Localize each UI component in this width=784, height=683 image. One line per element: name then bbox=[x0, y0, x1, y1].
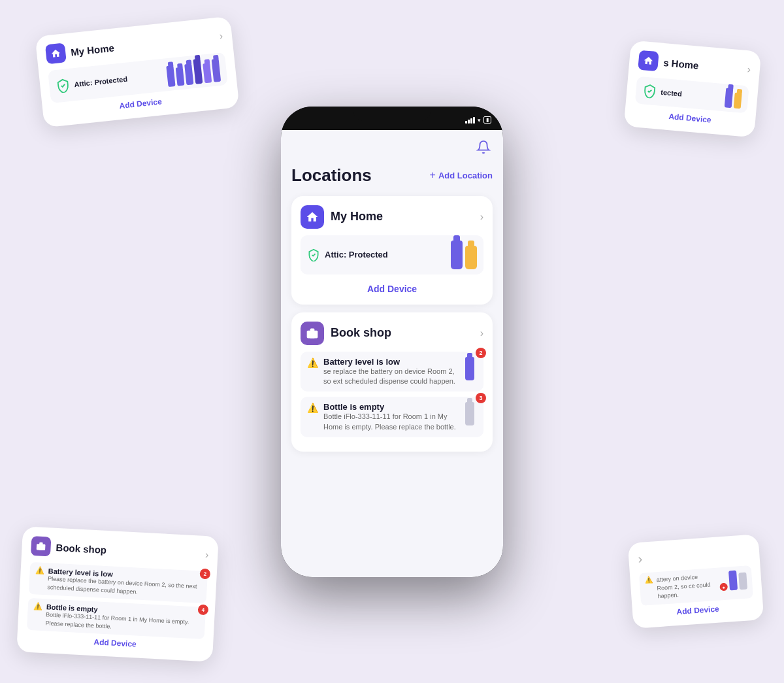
float-card-top-right: s Home › tected Add Device bbox=[624, 41, 762, 138]
book-shop-name: Book shop bbox=[331, 326, 391, 340]
home-status-text: Attic: Protected bbox=[325, 250, 388, 259]
alert-1-device bbox=[463, 357, 477, 380]
screen-header bbox=[291, 138, 493, 156]
book-shop-alert-1: ⚠️ Battery level is low se replace the b… bbox=[301, 352, 483, 392]
home-icon-main bbox=[306, 210, 319, 224]
float-bl-chevron: › bbox=[205, 549, 209, 561]
chevron-icon: › bbox=[219, 30, 223, 42]
bell-button[interactable] bbox=[474, 138, 493, 156]
home-icon bbox=[50, 48, 62, 59]
float-card-bottom-left: Book shop › ⚠️ Battery level is low Plea… bbox=[16, 526, 219, 662]
bell-icon bbox=[476, 140, 491, 154]
float-home-icon-box bbox=[45, 42, 67, 64]
alert-1-badge: 2 bbox=[476, 348, 486, 358]
status-bar: ▾ ▮ bbox=[281, 107, 503, 130]
shop-icon bbox=[306, 327, 319, 340]
screen-content: Locations + Add Location My Home bbox=[281, 130, 503, 577]
status-icons: ▾ ▮ bbox=[465, 116, 491, 124]
float-bl-badge-1: 2 bbox=[199, 568, 210, 579]
float-br-badge: ● bbox=[719, 583, 728, 591]
float-br-chevron: › bbox=[638, 552, 643, 567]
page-title: Locations bbox=[291, 165, 372, 186]
book-shop-header[interactable]: Book shop › bbox=[301, 322, 483, 345]
float-br-warn: ⚠️ bbox=[644, 576, 653, 584]
chevron-icon-tr: › bbox=[747, 63, 751, 75]
float-bl-warn-1: ⚠️ bbox=[35, 566, 44, 575]
my-home-card: My Home › Attic: Protected bbox=[291, 196, 493, 305]
signal-icon bbox=[465, 117, 475, 124]
my-home-status-row: Attic: Protected bbox=[301, 235, 483, 275]
float-tr-status-text: tected bbox=[661, 88, 682, 98]
shield-check-icon bbox=[55, 78, 71, 93]
float-br-alert: ⚠️ attery on device Room 2, so ce could … bbox=[639, 565, 753, 606]
notch bbox=[353, 107, 431, 121]
shop-icon-bl bbox=[35, 541, 46, 552]
float-br-bottle-1 bbox=[728, 571, 738, 591]
add-location-label: Add Location bbox=[438, 171, 493, 180]
plus-icon: + bbox=[430, 169, 436, 181]
float-tr-status: tected bbox=[635, 76, 749, 114]
float-bl-warn-2: ⚠️ bbox=[33, 602, 43, 611]
float-tr-devices bbox=[725, 88, 743, 108]
phone-screen: Locations + Add Location My Home bbox=[281, 130, 503, 577]
float-status-text: Attic: Protected bbox=[74, 75, 128, 88]
float-bl-alert-1: ⚠️ Battery level is low Please replace t… bbox=[29, 562, 208, 603]
float-card-bottom-right: › ⚠️ attery on device Room 2, so ce coul… bbox=[628, 534, 764, 628]
book-shop-alert-2: ⚠️ Bottle is empty Bottle iFlo-333-11-11… bbox=[301, 397, 483, 437]
alert-2-badge: 3 bbox=[476, 393, 486, 403]
phone-frame: ▾ ▮ Locations + Add Location bbox=[281, 107, 503, 577]
float-tr-home-icon-box bbox=[638, 50, 659, 72]
book-shop-icon-box bbox=[301, 322, 324, 345]
float-br-bottle-2 bbox=[738, 573, 747, 590]
my-home-card-header[interactable]: My Home › bbox=[301, 205, 483, 229]
float-br-alert-body: attery on device Room 2, so ce could hap… bbox=[656, 572, 716, 601]
float-card-name: My Home bbox=[70, 42, 114, 58]
my-home-name: My Home bbox=[331, 210, 383, 224]
book-shop-card: Book shop › ⚠️ Battery level is low se r… bbox=[291, 312, 493, 452]
float-devices bbox=[166, 57, 221, 87]
float-card-top-left: My Home › Attic: Protected Add Device bbox=[35, 16, 240, 128]
home-icon-tr bbox=[643, 55, 654, 66]
battery-icon: ▮ bbox=[483, 116, 491, 124]
alert-1-body: se replace the battery on device Room 2,… bbox=[323, 367, 457, 387]
alert-2-title: Bottle is empty bbox=[323, 402, 457, 412]
my-home-add-device-btn[interactable]: Add Device bbox=[301, 281, 483, 295]
warning-icon-1: ⚠️ bbox=[307, 358, 318, 368]
float-bl-shop-icon bbox=[31, 536, 52, 557]
add-location-button[interactable]: + Add Location bbox=[430, 169, 493, 181]
float-br-header: › bbox=[638, 544, 751, 567]
alert-2-body: Bottle iFlo-333-11-11 for Room 1 in My H… bbox=[323, 412, 457, 432]
locations-header: Locations + Add Location bbox=[291, 165, 493, 186]
float-bl-badge-2: 4 bbox=[198, 604, 209, 615]
warning-icon-2: ⚠️ bbox=[307, 403, 318, 413]
shield-icon-home bbox=[307, 248, 320, 261]
shield-check-icon-tr bbox=[642, 83, 658, 99]
float-bl-header: Book shop › bbox=[31, 536, 209, 565]
wifi-icon: ▾ bbox=[478, 117, 481, 124]
my-home-chevron: › bbox=[480, 211, 483, 223]
home-device-icons bbox=[451, 241, 477, 269]
float-card-tr-header: s Home › bbox=[638, 50, 751, 80]
float-bl-alert-2: ⚠️ Bottle is empty Bottle iFlo-333-11-11… bbox=[27, 598, 206, 639]
book-shop-chevron: › bbox=[480, 327, 483, 339]
alert-2-device bbox=[463, 402, 477, 425]
alert-1-title: Battery level is low bbox=[323, 357, 457, 367]
float-tr-name: s Home bbox=[663, 56, 699, 71]
my-home-icon-box bbox=[301, 205, 324, 229]
float-bl-name: Book shop bbox=[56, 541, 106, 555]
